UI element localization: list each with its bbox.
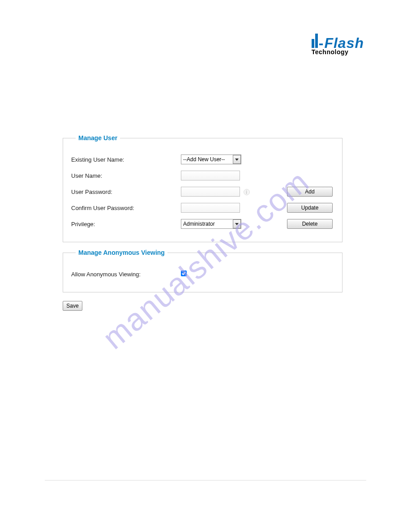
confirm-password-label: Confirm User Password: [71,205,181,211]
brand-logo: -Flash Technology [312,34,364,56]
privilege-label: Privilege: [71,221,181,227]
manage-user-legend: Manage User [76,134,120,142]
user-name-label: User Name: [71,172,181,179]
allow-anonymous-checkbox[interactable] [181,270,187,276]
settings-panel: Manage User Existing User Name: --Add Ne… [63,134,342,311]
info-icon: i [244,189,250,195]
user-name-input[interactable] [181,171,240,180]
manage-user-fieldset: Manage User Existing User Name: --Add Ne… [63,134,342,242]
allow-anonymous-label: Allow Anonymous Viewing: [71,271,181,278]
add-button[interactable]: Add [287,187,333,197]
user-password-label: User Password: [71,189,181,195]
footer-divider [45,480,366,481]
privilege-select[interactable]: Administrator [181,219,241,229]
save-button[interactable]: Save [63,301,82,311]
delete-button[interactable]: Delete [287,219,333,229]
existing-user-label: Existing User Name: [71,156,181,163]
confirm-password-input[interactable] [181,203,240,213]
anonymous-legend: Manage Anonymous Viewing [76,249,167,256]
user-password-input[interactable] [181,187,240,197]
anonymous-viewing-fieldset: Manage Anonymous Viewing Allow Anonymous… [63,249,342,292]
existing-user-select[interactable]: --Add New User-- [181,154,241,164]
update-button[interactable]: Update [287,203,333,213]
